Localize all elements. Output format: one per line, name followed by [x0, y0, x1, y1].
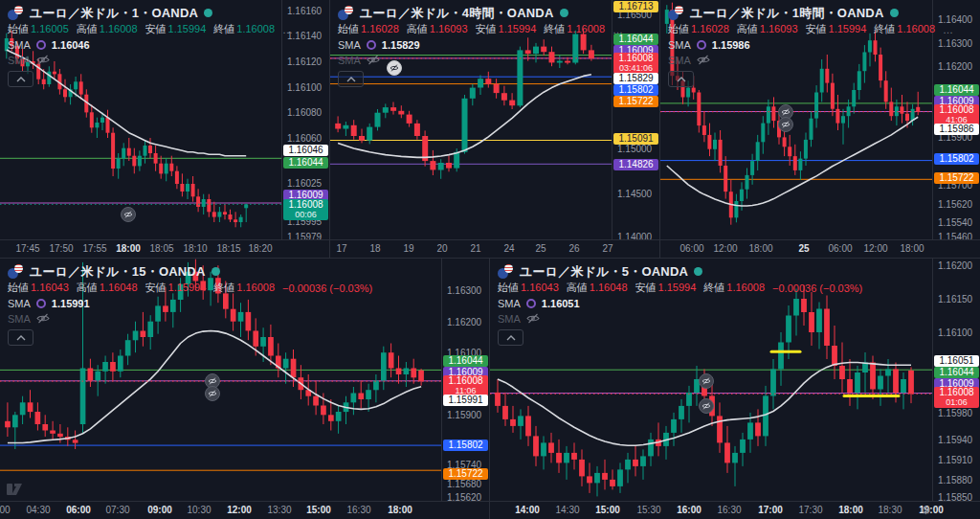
time-tick-label[interactable]: 14:00 — [515, 505, 540, 515]
chart-title[interactable]: ユーロ／米ドル・1・OANDA — [30, 5, 198, 22]
time-tick-label[interactable]: 25 — [798, 243, 809, 254]
eye-slash-icon[interactable] — [36, 313, 50, 324]
price-axis-label[interactable]: 1.16044 — [934, 367, 979, 378]
time-tick-label[interactable]: 19 — [403, 243, 413, 254]
time-tick-label[interactable]: 25 — [535, 243, 546, 254]
chart-title[interactable]: ユーロ／米ドル・15・OANDA — [30, 263, 206, 281]
price-axis-label[interactable]: 1.15802 — [934, 153, 979, 165]
price-axis[interactable]: 1.162001.161501.161001.159801.159401.159… — [932, 259, 980, 502]
market-open-dot-icon[interactable] — [890, 9, 899, 17]
sma-row[interactable]: SMA 1.15991 — [8, 296, 372, 310]
hidden-object-eye-badge[interactable] — [205, 386, 220, 401]
time-tick-label[interactable]: 17:45 — [15, 243, 39, 254]
time-tick-label[interactable]: 18:00 — [838, 505, 863, 515]
collapse-legend-button[interactable] — [338, 71, 364, 87]
collapse-legend-button[interactable] — [8, 329, 33, 346]
time-tick-label[interactable]: 18:15 — [216, 243, 240, 254]
sma-row[interactable]: SMA 1.15986 — [668, 37, 953, 52]
sma-hidden-row[interactable]: SMA — [8, 53, 293, 67]
time-tick-label[interactable]: 20 — [436, 243, 447, 254]
price-axis-label[interactable]: 1.15991 — [443, 395, 488, 406]
time-axis[interactable]: 17:4517:5017:5518:0018:0518:1018:1518:20 — [0, 239, 329, 258]
price-axis-label[interactable]: 1.14826 — [613, 159, 658, 170]
price-axis-label[interactable]: 1.16044 — [443, 355, 488, 367]
chart-title[interactable]: ユーロ／米ドル・4時間・OANDA — [360, 5, 554, 22]
time-tick-label[interactable]: 24 — [503, 243, 514, 254]
collapse-legend-button[interactable] — [8, 71, 33, 87]
time-tick-label[interactable]: 12:00 — [713, 243, 737, 254]
market-open-dot-icon[interactable] — [204, 9, 212, 17]
time-tick-label[interactable]: 00 — [0, 505, 11, 515]
chart-title[interactable]: ユーロ／米ドル・1時間・OANDA — [690, 5, 884, 22]
price-axis-label[interactable]: 1.1600801:06 — [934, 387, 979, 408]
eye-slash-icon[interactable] — [697, 55, 710, 65]
market-open-dot-icon[interactable] — [560, 9, 568, 17]
time-tick-label[interactable]: 12:00 — [863, 243, 887, 254]
sma-hidden-row[interactable]: SMA — [338, 53, 623, 67]
price-axis-label[interactable]: 1.16051 — [934, 355, 979, 367]
eye-slash-icon[interactable] — [367, 55, 380, 65]
price-axis-label[interactable]: 1.1600800:06 — [283, 199, 328, 220]
collapse-legend-button[interactable] — [668, 71, 694, 87]
time-tick-label[interactable]: 06:00 — [679, 243, 703, 254]
time-axis[interactable]: 171819202124252627 — [330, 239, 659, 258]
price-axis-label[interactable]: 1.15802 — [443, 440, 488, 451]
price-axis[interactable]: 1.163001.162001.161001.159001.157401.156… — [441, 259, 489, 502]
collapse-legend-button[interactable] — [498, 329, 523, 346]
price-axis-label[interactable]: 1.15722 — [443, 468, 488, 480]
price-axis-label[interactable]: 1.15091 — [613, 133, 658, 145]
time-tick-label[interactable]: 15:00 — [595, 505, 620, 515]
time-tick-label[interactable]: 17 — [336, 243, 346, 254]
time-tick-label[interactable]: 16:30 — [346, 505, 370, 515]
time-tick-label[interactable]: 06:00 — [66, 505, 91, 515]
time-tick-label[interactable]: 12:00 — [227, 505, 252, 515]
sma-row[interactable]: SMA 1.16046 — [8, 37, 293, 52]
time-tick-label[interactable]: 18:00 — [900, 243, 924, 254]
time-tick-label[interactable]: 15:30 — [636, 505, 660, 515]
eye-slash-icon[interactable] — [526, 313, 540, 324]
time-tick-label[interactable]: 09:00 — [147, 505, 172, 515]
price-axis-label[interactable]: 1.1600811:06 — [443, 375, 488, 396]
time-tick-label[interactable]: 18:20 — [248, 243, 272, 254]
time-tick-label[interactable]: 10:30 — [187, 505, 211, 515]
time-tick-label[interactable]: 21 — [470, 243, 480, 254]
price-axis-label[interactable]: 1.16046 — [283, 145, 328, 156]
time-tick-label[interactable]: 13:30 — [267, 505, 291, 515]
sma-hidden-row[interactable]: SMA — [498, 311, 862, 326]
time-tick-label[interactable]: 18:30 — [878, 505, 902, 515]
time-tick-label[interactable]: 17:55 — [82, 243, 106, 254]
time-tick-label[interactable]: 18:00 — [388, 505, 412, 515]
chart-title[interactable]: ユーロ／米ドル・5・OANDA — [520, 263, 688, 281]
price-axis-label[interactable]: 1.16044 — [283, 157, 328, 169]
time-tick-label[interactable]: 15:00 — [306, 505, 331, 515]
sma-row[interactable]: SMA 1.15829 — [338, 37, 623, 52]
time-tick-label[interactable]: 14:30 — [555, 505, 579, 515]
hidden-object-eye-badge[interactable] — [778, 117, 793, 132]
time-tick-label[interactable]: 27 — [602, 243, 612, 254]
time-tick-label[interactable]: 17:50 — [49, 243, 73, 254]
time-tick-label[interactable]: 06:00 — [828, 243, 852, 254]
tradingview-logo[interactable] — [6, 481, 33, 502]
time-tick-label[interactable]: 18:00 — [748, 243, 772, 254]
price-axis-label[interactable]: 1.15722 — [613, 96, 658, 107]
sma-hidden-row[interactable]: SMA — [8, 311, 372, 326]
hidden-object-eye-badge[interactable] — [121, 207, 136, 222]
time-axis[interactable]: 06:0012:0018:002506:0012:0018:00 — [660, 239, 980, 258]
time-tick-label[interactable]: 26 — [568, 243, 579, 254]
time-tick-label[interactable]: 17:30 — [798, 505, 822, 515]
time-tick-label[interactable]: 16:30 — [717, 505, 741, 515]
price-axis-label[interactable]: 1.1600841:06 — [934, 104, 979, 125]
sma-hidden-row[interactable]: SMA — [668, 53, 953, 67]
time-tick-label[interactable]: 18:00 — [116, 243, 141, 254]
time-tick-label[interactable]: 07:30 — [105, 505, 129, 515]
sma-row[interactable]: SMA 1.16051 — [498, 296, 862, 310]
price-axis-label[interactable]: 1.15986 — [934, 124, 979, 135]
time-tick-label[interactable]: 17:00 — [758, 505, 783, 515]
time-tick-label[interactable]: 18 — [369, 243, 380, 254]
axis-settings-gear-icon[interactable]: ⚙ — [921, 505, 931, 516]
time-tick-label[interactable]: 18:05 — [149, 243, 173, 254]
time-axis[interactable]: 0004:3006:0007:3009:0010:3012:0013:3015:… — [0, 501, 489, 519]
hidden-object-eye-badge[interactable] — [699, 398, 714, 414]
eye-slash-icon[interactable] — [36, 55, 50, 65]
market-open-dot-icon[interactable] — [212, 267, 220, 276]
